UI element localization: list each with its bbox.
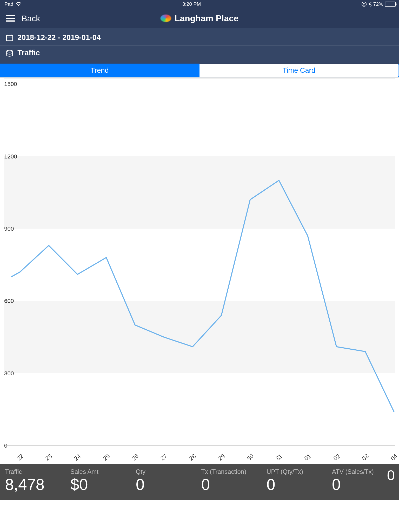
svg-point-0 <box>362 2 367 6</box>
x-axis-label: 31 <box>274 453 284 462</box>
x-axis-label: 30 <box>245 453 255 462</box>
x-axis-label: 23 <box>44 453 54 462</box>
database-icon <box>6 49 13 57</box>
x-axis-label: 02 <box>332 453 341 462</box>
wifi-icon <box>16 2 22 6</box>
y-axis-label: 300 <box>4 370 14 377</box>
traffic-label: Traffic <box>5 468 67 475</box>
y-axis-label: 600 <box>4 298 14 304</box>
section-text: Traffic <box>17 49 40 57</box>
x-axis-label: 01 <box>303 453 312 462</box>
menu-icon[interactable] <box>6 15 15 22</box>
chart-line <box>11 180 394 412</box>
qty-label: Qty <box>136 468 198 475</box>
status-bar: iPad 3:20 PM 72% <box>0 0 399 8</box>
tab-trend[interactable]: Trend <box>0 64 199 77</box>
nav-bar: Back Langham Place <box>0 8 399 28</box>
x-axis-label: 28 <box>188 453 197 462</box>
x-axis-label: 27 <box>159 453 169 462</box>
date-range-header[interactable]: 2018-12-22 - 2019-01-04 <box>0 28 399 45</box>
status-time: 3:20 PM <box>182 1 201 7</box>
battery-icon <box>385 2 396 6</box>
tab-timecard[interactable]: Time Card <box>199 64 399 77</box>
x-axis-label: 04 <box>389 453 399 462</box>
x-axis-label: 24 <box>73 453 82 462</box>
upt-label: UPT (Qty/Tx) <box>267 468 329 475</box>
section-header[interactable]: Traffic <box>0 45 399 63</box>
atv-label: ATV (Sales/Tx) <box>332 468 394 475</box>
bluetooth-icon <box>368 2 372 6</box>
tx-value: 0 <box>201 477 263 493</box>
page-title: Langham Place <box>161 13 239 23</box>
device-name: iPad <box>3 1 13 7</box>
date-range-text: 2018-12-22 - 2019-01-04 <box>17 33 101 42</box>
title-text: Langham Place <box>175 13 239 23</box>
y-axis-label: 0 <box>4 442 7 449</box>
x-axis-label: 29 <box>217 453 226 462</box>
tab-bar: Trend Time Card <box>0 64 399 78</box>
atv-value: 0 <box>332 477 394 493</box>
svg-point-5 <box>7 50 12 52</box>
stats-bar: Traffic 8,478 Sales Amt $0 Qty 0 Tx (Tra… <box>0 464 399 500</box>
orientation-lock-icon <box>362 2 367 6</box>
sales-label: Sales Amt <box>70 468 132 475</box>
traffic-value: 8,478 <box>5 477 67 493</box>
trailing-value: 0 <box>387 467 395 483</box>
x-axis-label: 22 <box>15 453 25 462</box>
y-axis-label: 1200 <box>4 153 17 160</box>
back-button[interactable]: Back <box>22 14 40 23</box>
traffic-chart[interactable]: 0300600900120015002223242526272829303101… <box>0 79 399 464</box>
x-axis-label: 26 <box>130 453 140 462</box>
qty-value: 0 <box>136 477 198 493</box>
y-axis-label: 1500 <box>4 81 17 87</box>
x-axis-label: 03 <box>361 453 370 462</box>
upt-value: 0 <box>267 477 329 493</box>
calendar-icon <box>6 34 13 41</box>
svg-rect-1 <box>6 35 13 41</box>
logo-icon <box>161 15 171 22</box>
tx-label: Tx (Transaction) <box>201 468 263 475</box>
x-axis-label: 25 <box>102 453 111 462</box>
battery-percent: 72% <box>373 1 383 7</box>
y-axis-label: 900 <box>4 225 14 232</box>
sales-value: $0 <box>70 477 132 493</box>
